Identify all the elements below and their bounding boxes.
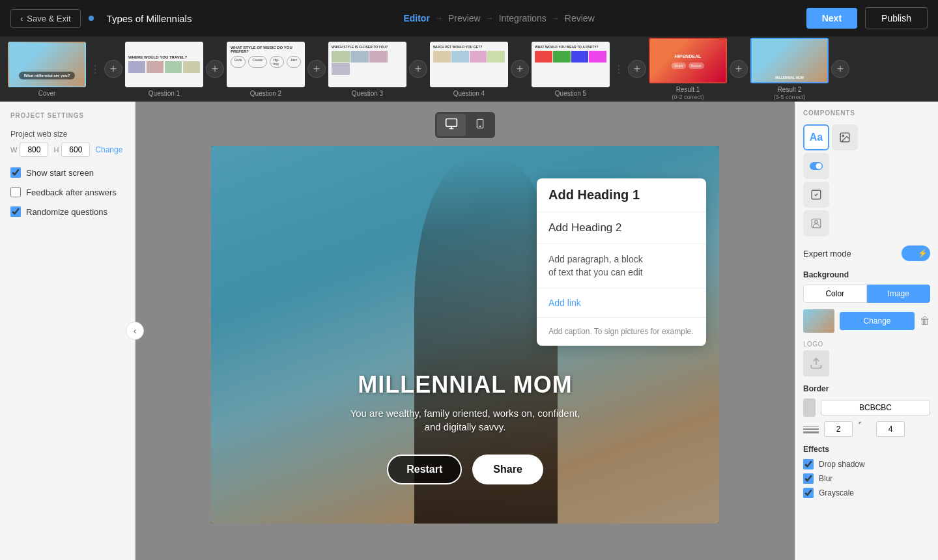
- components-title: Components: [803, 109, 930, 117]
- slide-label-r2: Result 2 (3-5 correct): [773, 86, 805, 100]
- slide-strip: What millennial are you? Cover ⋮ + WHERE…: [0, 36, 938, 102]
- left-panel: Project Settings Project web size W H Ch…: [0, 102, 135, 560]
- size-inputs: W H Change: [10, 143, 124, 157]
- blur-checkbox[interactable]: [803, 473, 814, 484]
- add-slide-after-r2[interactable]: +: [831, 60, 849, 78]
- show-start-screen-row[interactable]: Show start screen: [10, 167, 124, 178]
- delete-bg-button[interactable]: 🗑: [920, 315, 930, 327]
- save-exit-label: Save & Exit: [27, 14, 70, 23]
- publish-button[interactable]: Publish: [865, 7, 928, 29]
- desktop-view-button[interactable]: [437, 114, 466, 136]
- border-color-swatch[interactable]: [803, 399, 816, 417]
- expert-mode-toggle[interactable]: [902, 245, 930, 261]
- randomize-checkbox[interactable]: [10, 206, 21, 217]
- bg-image-thumbnail: [803, 309, 834, 333]
- slide-thumb-img-q4: WHICH PET WOULD YOU GET?: [430, 42, 508, 87]
- logo-placeholder[interactable]: [803, 350, 829, 376]
- size-label: Project web size: [10, 130, 124, 139]
- slide-thumb-r1[interactable]: HIPENDEAL Share Restart Result 1 (0-2 co…: [649, 38, 727, 100]
- nav-step-preview[interactable]: Preview: [448, 13, 481, 23]
- add-link-item[interactable]: Add link: [537, 288, 706, 318]
- nav-steps: Editor → Preview → Integrations → Review: [403, 13, 594, 23]
- bg-color-button[interactable]: Color: [803, 285, 867, 303]
- border-width-icon: [803, 424, 819, 434]
- width-label: W: [10, 146, 17, 154]
- image-component-button[interactable]: [832, 124, 858, 150]
- add-heading1-item[interactable]: Add Heading 1: [537, 178, 706, 212]
- canvas-frame: MILLENNIAL MOM You are wealthy, family o…: [211, 146, 719, 524]
- slide-separator-2: ⋮: [612, 63, 625, 76]
- border-color-input[interactable]: [821, 400, 930, 415]
- feedback-checkbox[interactable]: [10, 187, 21, 197]
- add-slide-after-q3[interactable]: +: [409, 60, 427, 78]
- add-slide-after-q1[interactable]: +: [206, 60, 224, 78]
- logo-placeholder-button[interactable]: [803, 210, 829, 236]
- effects-section: Effects Drop shadow Blur Grayscale: [803, 445, 930, 498]
- add-caption-item[interactable]: Add caption. To sign pictures for exampl…: [537, 318, 706, 346]
- mobile-view-button[interactable]: [467, 114, 493, 136]
- nav-step-editor[interactable]: Editor: [403, 13, 429, 23]
- canvas-buttons: Restart Share: [387, 455, 543, 484]
- arrow-icon: →: [552, 14, 560, 23]
- svg-point-2: [479, 126, 480, 126]
- border-radius-icon: [858, 421, 871, 437]
- border-width-input[interactable]: [824, 421, 853, 437]
- checkbox-component-button[interactable]: [803, 182, 829, 208]
- nav-step-integrations[interactable]: Integrations: [499, 13, 547, 23]
- change-bg-button[interactable]: Change: [840, 312, 915, 330]
- slide-thumb-cover[interactable]: What millennial are you? Cover: [8, 42, 86, 97]
- nav-step-review[interactable]: Review: [565, 13, 595, 23]
- grayscale-checkbox[interactable]: [803, 488, 814, 498]
- bg-image-button[interactable]: Image: [867, 285, 931, 303]
- width-input[interactable]: [20, 143, 48, 157]
- show-start-checkbox[interactable]: [10, 167, 21, 178]
- slide-thumb-q1[interactable]: WHERE WOULD YOU TRAVEL? Question 1: [125, 42, 203, 97]
- slide-thumb-q4[interactable]: WHICH PET WOULD YOU GET? Question 4: [430, 42, 508, 97]
- right-panel: Components Aa: [795, 102, 938, 560]
- slide-thumb-q5[interactable]: WHAT WOULD YOU WEAR TO A PARTY? Question…: [532, 42, 610, 97]
- collapse-left-panel-button[interactable]: ‹: [126, 322, 144, 340]
- add-heading2-item[interactable]: Add Heading 2: [537, 212, 706, 244]
- title-dot: [89, 16, 94, 21]
- add-slide-after-r1[interactable]: +: [730, 60, 748, 78]
- slide-thumb-q2[interactable]: WHAT STYLE OF MUSIC DO YOU PREFER? Rock …: [227, 42, 305, 97]
- slide-thumb-q3[interactable]: WHICH STYLE IS CLOSER TO YOU? Question 3: [328, 42, 406, 97]
- slide-thumb-img-q5: WHAT WOULD YOU WEAR TO A PARTY?: [532, 42, 610, 87]
- add-paragraph-item[interactable]: Add paragraph, a block of text that you …: [537, 244, 706, 288]
- height-input[interactable]: [61, 143, 90, 157]
- restart-button[interactable]: Restart: [387, 455, 462, 484]
- change-size-link[interactable]: Change: [95, 145, 122, 154]
- feedback-after-answers-row[interactable]: Feedback after answers: [10, 187, 124, 197]
- background-label: Background: [803, 270, 930, 279]
- background-toggle: Color Image: [803, 285, 930, 303]
- randomize-questions-row[interactable]: Randomize questions: [10, 206, 124, 217]
- image-preview-row: Change 🗑: [803, 309, 930, 333]
- svg-point-6: [816, 163, 822, 169]
- add-slide-after-q4[interactable]: +: [511, 60, 529, 78]
- slide-label-q5: Question 5: [555, 90, 586, 97]
- slide-thumb-r2[interactable]: MILLENNIAL MOM Result 2 (3-5 correct): [750, 38, 829, 100]
- height-field: H: [53, 143, 90, 157]
- next-button[interactable]: Next: [806, 8, 857, 29]
- border-radius-input[interactable]: [876, 421, 905, 437]
- add-slide-after-cover[interactable]: +: [104, 60, 122, 78]
- width-field: W: [10, 143, 48, 157]
- share-button[interactable]: Share: [472, 455, 543, 484]
- add-slide-after-q2[interactable]: +: [307, 60, 326, 78]
- drop-shadow-checkbox[interactable]: [803, 459, 814, 469]
- save-exit-button[interactable]: ‹ Save & Exit: [10, 9, 81, 28]
- expert-mode-label: Expert mode: [803, 249, 851, 259]
- text-component-button[interactable]: Aa: [803, 124, 829, 150]
- slide-thumb-img-q2: WHAT STYLE OF MUSIC DO YOU PREFER? Rock …: [227, 42, 305, 87]
- slide-label-q2: Question 2: [250, 90, 281, 97]
- slide-thumb-img-q1: WHERE WOULD YOU TRAVEL?: [125, 42, 203, 87]
- slide-label-q4: Question 4: [453, 90, 485, 97]
- toggle-component-button[interactable]: [803, 153, 829, 179]
- slide-label-q3: Question 3: [352, 90, 383, 97]
- slide-separator-1: ⋮: [89, 63, 102, 76]
- slide-thumb-img-q3: WHICH STYLE IS CLOSER TO YOU?: [328, 42, 406, 87]
- add-slide-after-q5[interactable]: +: [628, 60, 646, 78]
- blur-row: Blur: [803, 473, 930, 484]
- border-color-row: [803, 399, 930, 417]
- slide-thumb-img-cover: What millennial are you?: [8, 42, 86, 87]
